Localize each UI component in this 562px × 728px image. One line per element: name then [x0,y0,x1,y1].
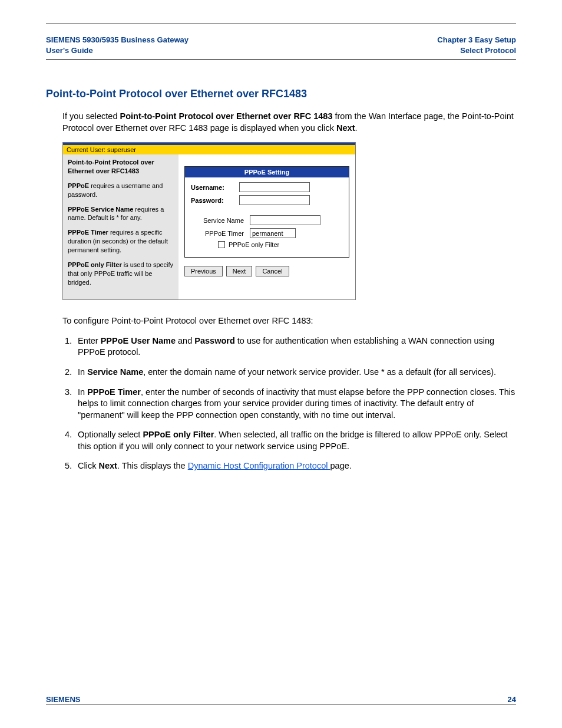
pppoe-timer-label: PPPoE Timer [191,230,250,237]
step-5: Click Next. This displays the Dynamic Ho… [74,460,516,472]
previous-button[interactable]: Previous [184,266,223,276]
page-header: SIEMENS 5930/5935 Business Gateway User'… [46,35,516,60]
header-right-line1: Chapter 3 Easy Setup [437,35,516,45]
footer-brand: SIEMENS [46,695,81,704]
section-title: Point-to-Point Protocol over Ethernet ov… [46,88,516,100]
dhcp-link[interactable]: Dynamic Host Configuration Protocol [188,461,330,470]
pppoe-only-filter-checkbox[interactable] [218,241,225,248]
current-user-bar: Current User: superuser [63,145,355,154]
password-input[interactable] [239,195,310,205]
step-2: In Service Name, enter the domain name o… [74,367,516,378]
header-right-line2: Select Protocol [437,45,516,56]
header-left-line2: User's Guide [46,45,189,56]
sidebar-help: Point-to-Point Protocol over Ethernet ov… [63,154,178,299]
sidebar-title: Point-to-Point Protocol over Ethernet ov… [68,158,174,176]
pppoe-setting-panel: PPPoE Setting Username: Password: [184,166,349,258]
cancel-button[interactable]: Cancel [256,266,289,276]
footer-page-number: 24 [508,695,516,704]
pppoe-only-filter-label: PPPoE only Filter [229,241,279,248]
intro-paragraph: If you selected Point-to-Point Protocol … [62,111,516,134]
pppoe-config-screenshot: Current User: superuser Point-to-Point P… [62,142,356,300]
password-label: Password: [191,197,239,204]
next-button[interactable]: Next [226,266,253,276]
header-left-line1: SIEMENS 5930/5935 Business Gateway [46,35,189,45]
steps-list: Enter PPPoE User Name and Password to us… [74,335,516,472]
page-footer: SIEMENS 24 [46,695,516,704]
username-label: Username: [191,184,239,191]
username-input[interactable] [239,182,310,192]
service-name-label: Service Name [191,217,250,224]
step-4: Optionally select PPPoE only Filter. Whe… [74,429,516,452]
lead-in: To configure Point-to-Point Protocol ove… [62,315,516,327]
panel-title: PPPoE Setting [185,167,349,177]
pppoe-timer-input[interactable] [250,228,296,238]
service-name-input[interactable] [250,215,320,225]
step-1: Enter PPPoE User Name and Password to us… [74,335,516,358]
step-3: In PPPoE Timer, enter the number of seco… [74,387,516,421]
